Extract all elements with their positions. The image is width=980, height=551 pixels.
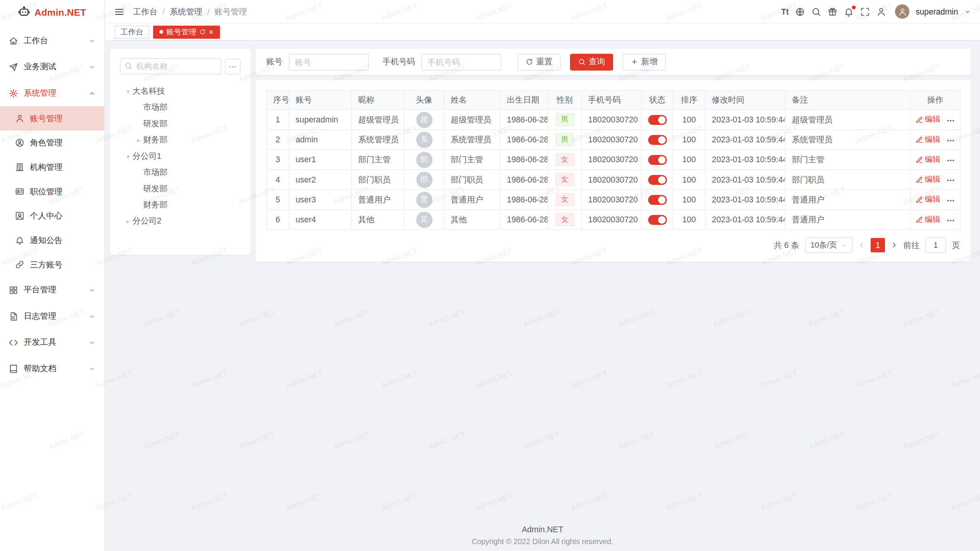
tree-node[interactable]: 市场部 bbox=[120, 164, 240, 180]
edit-button[interactable]: 编辑 bbox=[915, 214, 940, 225]
cell-remark: 普通用户 bbox=[785, 210, 910, 230]
edit-button[interactable]: 编辑 bbox=[915, 174, 940, 185]
tree-node[interactable]: 财务部 bbox=[120, 197, 240, 213]
breadcrumb: 工作台 / 系统管理 / 账号管理 bbox=[133, 6, 247, 17]
tab-close-icon[interactable]: × bbox=[209, 28, 213, 36]
org-name-search-input[interactable] bbox=[120, 58, 221, 74]
row-more-button[interactable]: … bbox=[947, 214, 956, 225]
row-more-button[interactable]: … bbox=[947, 194, 956, 205]
cell-birthdate: 1986-06-28 bbox=[500, 130, 548, 150]
tree-node[interactable]: ▾分公司1 bbox=[120, 148, 240, 164]
edit-button[interactable]: 编辑 bbox=[915, 134, 940, 145]
pagination-next-button[interactable] bbox=[891, 242, 898, 249]
cell-account: user4 bbox=[289, 210, 351, 230]
sidebar-item-org-management[interactable]: 机构管理 bbox=[0, 155, 105, 179]
cell-index: 3 bbox=[266, 150, 289, 170]
search-icon[interactable] bbox=[811, 7, 821, 16]
pagination-page-current[interactable]: 1 bbox=[871, 238, 885, 253]
row-more-button[interactable]: … bbox=[947, 134, 956, 145]
building-icon bbox=[15, 162, 24, 171]
tree-node[interactable]: 市场部 bbox=[120, 99, 240, 116]
font-size-icon[interactable]: Tt bbox=[781, 7, 789, 16]
tree-node-label: 市场部 bbox=[143, 102, 168, 113]
tree-caret-icon[interactable]: ▸ bbox=[134, 137, 143, 143]
row-more-button[interactable]: … bbox=[947, 174, 956, 186]
tree-caret-icon[interactable]: ▾ bbox=[124, 88, 132, 95]
tree-node[interactable]: ▸财务部 bbox=[120, 132, 240, 148]
add-button[interactable]: 新增 bbox=[622, 54, 666, 70]
status-toggle[interactable] bbox=[648, 155, 667, 165]
edit-button[interactable]: 编辑 bbox=[915, 194, 940, 205]
sidebar-item-label: 帮助文档 bbox=[24, 363, 83, 374]
sidebar-item-business-test[interactable]: 业务测试 bbox=[0, 54, 105, 80]
sidebar-item-log-management[interactable]: 日志管理 bbox=[0, 303, 105, 329]
cell-sort: 100 bbox=[673, 130, 706, 150]
app-logo[interactable]: Admin.NET bbox=[0, 0, 105, 24]
breadcrumb-item[interactable]: 系统管理 bbox=[170, 6, 202, 17]
sidebar-item-system-management[interactable]: 系统管理 bbox=[0, 80, 105, 106]
fullscreen-icon[interactable] bbox=[860, 7, 870, 16]
notification-bell-icon[interactable] bbox=[844, 7, 854, 16]
user-icon[interactable] bbox=[876, 7, 886, 16]
sidebar-item-position-management[interactable]: 职位管理 bbox=[0, 179, 105, 204]
tree-node-label: 财务部 bbox=[143, 199, 168, 210]
sidebar-item-dev-tools[interactable]: 开发工具 bbox=[0, 329, 105, 355]
cell-modified: 2023-01-03 10:59:44 bbox=[705, 170, 785, 189]
sidebar-item-label: 业务测试 bbox=[24, 61, 83, 72]
tree-caret-icon[interactable]: ▸ bbox=[124, 218, 132, 225]
theme-icon[interactable] bbox=[828, 7, 838, 16]
page-size-select[interactable]: 10条/页 bbox=[805, 237, 853, 253]
cell-name: 系统管理员 bbox=[444, 130, 500, 150]
status-toggle[interactable] bbox=[648, 195, 667, 205]
tree-node[interactable]: ▾大名科技 bbox=[120, 83, 240, 99]
phone-input[interactable] bbox=[421, 54, 501, 70]
sidebar-item-platform-management[interactable]: 平台管理 bbox=[0, 277, 105, 303]
sidebar-item-third-party-account[interactable]: 三方账号 bbox=[0, 253, 105, 277]
table-row: 6 user4 其他 其 其他 1986-06-28 女 18020030720… bbox=[266, 210, 960, 230]
reset-button[interactable]: 重置 bbox=[518, 54, 561, 70]
cell-birthdate: 1986-06-28 bbox=[500, 150, 548, 170]
tree-caret-icon[interactable]: ▾ bbox=[124, 153, 132, 160]
status-toggle[interactable] bbox=[648, 135, 667, 145]
tree-node[interactable]: 研发部 bbox=[120, 181, 240, 197]
sidebar: Admin.NET 工作台 业务测试 系统管理 账号管理 bbox=[0, 0, 105, 551]
account-input[interactable] bbox=[289, 54, 369, 70]
sidebar-item-account-management[interactable]: 账号管理 bbox=[0, 106, 105, 131]
edit-button[interactable]: 编辑 bbox=[915, 114, 940, 125]
toggle-knob bbox=[658, 216, 666, 224]
tab-account-management[interactable]: 账号管理 × bbox=[153, 25, 220, 38]
sidebar-item-personal-center[interactable]: 个人中心 bbox=[0, 204, 105, 228]
cell-modified: 2023-01-03 10:59:44 bbox=[705, 130, 785, 150]
sidebar-item-role-management[interactable]: 角色管理 bbox=[0, 130, 105, 155]
sidebar-item-label: 账号管理 bbox=[30, 113, 95, 124]
col-header-status: 状态 bbox=[642, 90, 673, 110]
row-more-button[interactable]: … bbox=[947, 154, 956, 166]
avatar[interactable] bbox=[895, 4, 910, 19]
org-more-button[interactable]: … bbox=[225, 59, 241, 74]
status-toggle[interactable] bbox=[648, 215, 667, 225]
breadcrumb-item[interactable]: 工作台 bbox=[133, 6, 158, 17]
sidebar-item-workbench[interactable]: 工作台 bbox=[0, 28, 105, 54]
username[interactable]: superadmin bbox=[916, 7, 958, 16]
hamburger-menu-icon[interactable] bbox=[114, 7, 124, 16]
sidebar-item-help-docs[interactable]: 帮助文档 bbox=[0, 355, 105, 382]
goto-page-input[interactable] bbox=[925, 237, 946, 253]
sidebar-item-notice[interactable]: 通知公告 bbox=[0, 228, 105, 253]
cell-remark: 部门主管 bbox=[785, 150, 910, 170]
tree-node[interactable]: 研发部 bbox=[120, 116, 240, 132]
page-size-value: 10条/页 bbox=[810, 240, 837, 251]
pagination-prev-button[interactable] bbox=[858, 242, 865, 249]
pagination: 共 6 条 10条/页 1 前往 页 bbox=[266, 237, 960, 253]
status-toggle[interactable] bbox=[648, 175, 667, 185]
cell-nickname: 普通用户 bbox=[351, 190, 404, 210]
tree-node[interactable]: ▸分公司2 bbox=[120, 213, 240, 229]
language-icon[interactable] bbox=[795, 7, 805, 16]
tree-node-label: 研发部 bbox=[143, 118, 168, 129]
tab-refresh-icon[interactable] bbox=[199, 29, 206, 35]
edit-button[interactable]: 编辑 bbox=[915, 154, 940, 165]
status-toggle[interactable] bbox=[648, 115, 667, 125]
tab-workbench[interactable]: 工作台 bbox=[114, 25, 149, 38]
chevron-down-icon[interactable] bbox=[964, 8, 970, 15]
row-more-button[interactable]: … bbox=[947, 114, 956, 126]
search-button[interactable]: 查询 bbox=[570, 54, 613, 70]
